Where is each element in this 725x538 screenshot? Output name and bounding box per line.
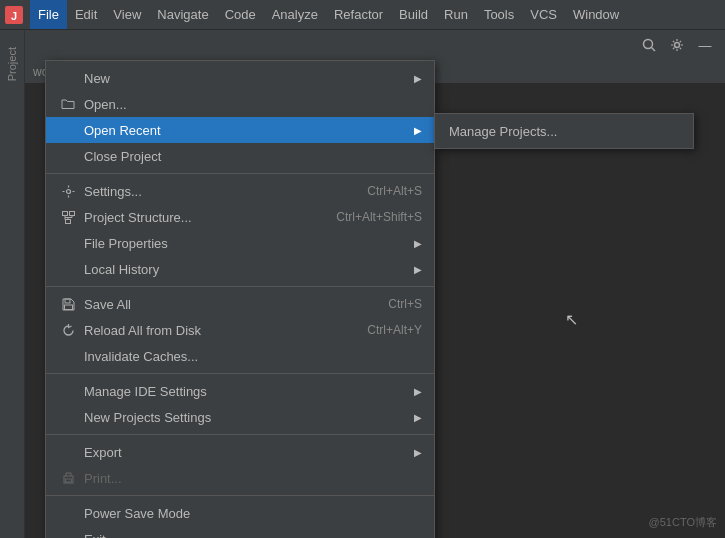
svg-line-3 [652, 48, 656, 52]
menu-item-power-save[interactable]: Power Save Mode [46, 500, 434, 526]
project-structure-label: Project Structure... [84, 210, 316, 225]
reload-all-shortcut: Ctrl+Alt+Y [367, 323, 422, 337]
svg-point-5 [66, 189, 70, 193]
menu-tools[interactable]: Tools [476, 0, 522, 29]
settings-icon [58, 185, 78, 198]
editor-area: — world-app ↖ @51CTO博客 New ▶ [25, 30, 725, 538]
new-project-settings-arrow: ▶ [414, 412, 422, 423]
settings-label: Settings... [84, 184, 347, 199]
new-label: New [84, 71, 406, 86]
power-save-label: Power Save Mode [84, 506, 422, 521]
menu-item-file-properties[interactable]: File Properties ▶ [46, 230, 434, 256]
app-logo: J [4, 5, 24, 25]
menu-view[interactable]: View [105, 0, 149, 29]
menubar: J File Edit View Navigate Code Analyze R… [0, 0, 725, 30]
menu-item-print[interactable]: Print... [46, 465, 434, 491]
separator-1 [46, 173, 434, 174]
minimize-icon: — [699, 38, 712, 53]
menu-item-exit[interactable]: Exit [46, 526, 434, 538]
submenu-manage-projects[interactable]: Manage Projects... [435, 118, 693, 144]
sidebar: Project [0, 30, 25, 538]
project-structure-shortcut: Ctrl+Alt+Shift+S [336, 210, 422, 224]
svg-point-2 [644, 40, 653, 49]
new-arrow: ▶ [414, 73, 422, 84]
project-structure-icon [58, 211, 78, 224]
separator-5 [46, 495, 434, 496]
print-label: Print... [84, 471, 422, 486]
menu-code[interactable]: Code [217, 0, 264, 29]
file-properties-label: File Properties [84, 236, 406, 251]
reload-all-icon [58, 324, 78, 337]
manage-ide-label: Manage IDE Settings [84, 384, 406, 399]
svg-rect-16 [65, 479, 71, 482]
menu-item-project-structure[interactable]: Project Structure... Ctrl+Alt+Shift+S [46, 204, 434, 230]
separator-4 [46, 434, 434, 435]
menu-item-reload-all[interactable]: Reload All from Disk Ctrl+Alt+Y [46, 317, 434, 343]
svg-rect-8 [65, 219, 70, 223]
save-all-shortcut: Ctrl+S [388, 297, 422, 311]
svg-rect-7 [69, 211, 74, 215]
menu-item-close-project[interactable]: Close Project [46, 143, 434, 169]
menu-item-save-all[interactable]: Save All Ctrl+S [46, 291, 434, 317]
save-all-label: Save All [84, 297, 368, 312]
file-menu: New ▶ Open... Open Recent ▶ [45, 60, 435, 538]
sidebar-project-label: Project [6, 43, 18, 85]
local-history-arrow: ▶ [414, 264, 422, 275]
svg-rect-13 [65, 299, 70, 303]
separator-2 [46, 286, 434, 287]
exit-label: Exit [84, 532, 422, 539]
menu-item-open[interactable]: Open... [46, 91, 434, 117]
menu-refactor[interactable]: Refactor [326, 0, 391, 29]
minimize-toolbar-btn[interactable]: — [693, 33, 717, 57]
open-recent-arrow: ▶ [414, 125, 422, 136]
menu-item-export[interactable]: Export ▶ [46, 439, 434, 465]
close-project-label: Close Project [84, 149, 422, 164]
local-history-label: Local History [84, 262, 406, 277]
svg-text:J: J [11, 10, 17, 22]
menu-item-settings[interactable]: Settings... Ctrl+Alt+S [46, 178, 434, 204]
menu-analyze[interactable]: Analyze [264, 0, 326, 29]
menu-navigate[interactable]: Navigate [149, 0, 216, 29]
menu-item-manage-ide[interactable]: Manage IDE Settings ▶ [46, 378, 434, 404]
print-icon [58, 472, 78, 485]
svg-point-4 [675, 43, 680, 48]
menu-item-local-history[interactable]: Local History ▶ [46, 256, 434, 282]
menu-edit[interactable]: Edit [67, 0, 105, 29]
toolbar: — [25, 30, 725, 60]
svg-rect-14 [64, 305, 72, 310]
open-recent-submenu: Manage Projects... [434, 113, 694, 149]
settings-shortcut: Ctrl+Alt+S [367, 184, 422, 198]
separator-3 [46, 373, 434, 374]
manage-ide-arrow: ▶ [414, 386, 422, 397]
open-recent-label: Open Recent [84, 123, 406, 138]
reload-all-label: Reload All from Disk [84, 323, 347, 338]
menu-file[interactable]: File [30, 0, 67, 29]
menu-item-new-project-settings[interactable]: New Projects Settings ▶ [46, 404, 434, 430]
menu-run[interactable]: Run [436, 0, 476, 29]
open-icon [58, 98, 78, 110]
menu-item-open-recent[interactable]: Open Recent ▶ Manage Projects... [46, 117, 434, 143]
svg-rect-6 [62, 211, 67, 215]
search-toolbar-btn[interactable] [637, 33, 661, 57]
main-area: Project — world- [0, 30, 725, 538]
file-properties-arrow: ▶ [414, 238, 422, 249]
new-project-settings-label: New Projects Settings [84, 410, 406, 425]
export-label: Export [84, 445, 406, 460]
menu-item-new[interactable]: New ▶ [46, 65, 434, 91]
save-all-icon [58, 298, 78, 311]
open-label: Open... [84, 97, 422, 112]
dropdown-overlay: New ▶ Open... Open Recent ▶ [25, 60, 725, 538]
sidebar-project[interactable]: Project [1, 34, 23, 94]
export-arrow: ▶ [414, 447, 422, 458]
settings-toolbar-btn[interactable] [665, 33, 689, 57]
invalidate-caches-label: Invalidate Caches... [84, 349, 422, 364]
menu-item-invalidate-caches[interactable]: Invalidate Caches... [46, 343, 434, 369]
menu-build[interactable]: Build [391, 0, 436, 29]
menu-vcs[interactable]: VCS [522, 0, 565, 29]
menu-window[interactable]: Window [565, 0, 627, 29]
